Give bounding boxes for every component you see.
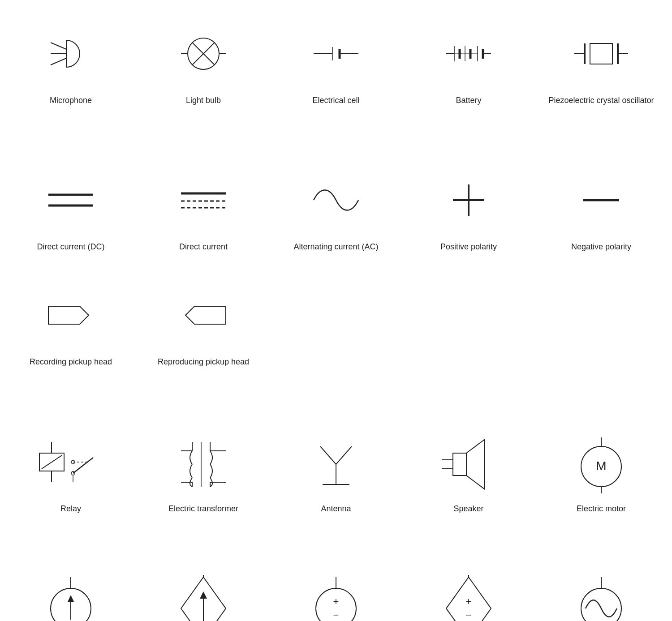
label-relay: Relay	[60, 503, 81, 514]
symbol-transformer	[163, 426, 244, 498]
svg-text:+: +	[333, 596, 339, 607]
symbol-direct-current	[163, 164, 244, 236]
label-piezoelectric: Piezoelectric crystal oscillator	[548, 95, 654, 106]
symbol-ac-source	[561, 573, 642, 621]
symbol-cell-controlled-voltage-source: + − Controlled voltage source	[407, 573, 530, 621]
symbol-reproducing-pickup	[163, 279, 244, 351]
svg-line-0	[51, 43, 66, 49]
symbol-cell-dc: Direct current (DC)	[9, 164, 133, 253]
symbol-antenna	[296, 426, 376, 498]
symbol-cell-electric-motor: M Electric motor	[539, 426, 663, 514]
symbol-ac	[296, 164, 376, 236]
label-antenna: Antenna	[321, 503, 351, 514]
svg-marker-67	[68, 595, 74, 602]
symbol-cell-relay: Relay	[9, 426, 133, 514]
symbol-cell-light-bulb: Light bulb	[142, 18, 265, 106]
symbol-cell-voltage-source: + − Voltage source	[274, 573, 398, 621]
symbol-cell-piezoelectric: Piezoelectric crystal oscillator	[539, 18, 663, 106]
svg-line-53	[320, 446, 336, 464]
svg-text:M: M	[596, 459, 606, 473]
svg-marker-58	[466, 440, 484, 489]
symbol-cell-speaker: Speaker	[407, 426, 530, 514]
svg-text:−: −	[333, 609, 339, 621]
symbol-battery	[428, 18, 509, 90]
symbol-cell-direct-current: Direct current	[142, 164, 265, 253]
symbol-speaker	[428, 426, 509, 498]
symbol-cell-recording-pickup: Recording pickup head	[9, 279, 133, 368]
symbol-voltage-source: + −	[296, 573, 376, 621]
symbol-cell-ac: Alternating current (AC)	[274, 164, 398, 253]
symbol-relay	[30, 426, 111, 498]
label-electrical-cell: Electrical cell	[312, 95, 359, 106]
symbol-current-source	[30, 573, 111, 621]
svg-marker-36	[48, 306, 89, 324]
label-dc: Direct current (DC)	[37, 241, 104, 253]
symbol-cell-transformer: Electric transformer	[142, 426, 265, 514]
symbol-cell-battery: Battery	[407, 18, 530, 106]
label-light-bulb: Light bulb	[186, 95, 221, 106]
svg-text:−: −	[466, 609, 472, 621]
symbol-piezoelectric	[561, 18, 642, 90]
label-direct-current: Direct current	[179, 241, 228, 253]
svg-marker-37	[185, 306, 226, 324]
symbol-controlled-current-source	[163, 573, 244, 621]
symbol-cell-antenna: Antenna	[274, 426, 398, 514]
label-battery: Battery	[456, 95, 481, 106]
label-positive-polarity: Positive polarity	[440, 241, 497, 253]
symbol-cell-ac-source: AC source	[539, 573, 663, 621]
symbol-grid: Microphone Light bulb	[9, 18, 663, 621]
label-microphone: Microphone	[50, 95, 92, 106]
symbol-negative-polarity	[561, 164, 642, 236]
svg-rect-57	[453, 453, 466, 475]
svg-text:+: +	[466, 596, 472, 607]
svg-line-2	[51, 58, 66, 65]
symbol-positive-polarity	[428, 164, 509, 236]
label-speaker: Speaker	[453, 503, 483, 514]
symbol-cell-current-source: Current source	[9, 573, 133, 621]
label-recording-pickup: Recording pickup head	[30, 356, 112, 368]
label-electric-motor: Electric motor	[577, 503, 626, 514]
svg-line-54	[336, 446, 352, 464]
label-ac: Alternating current (AC)	[293, 241, 378, 253]
label-negative-polarity: Negative polarity	[571, 241, 631, 253]
symbol-electrical-cell	[296, 18, 376, 90]
symbol-controlled-voltage-source: + −	[428, 573, 509, 621]
svg-line-39	[42, 455, 62, 469]
svg-marker-72	[200, 591, 207, 599]
symbol-light-bulb	[163, 18, 244, 90]
symbol-cell-microphone: Microphone	[9, 18, 133, 106]
label-transformer: Electric transformer	[168, 503, 238, 514]
symbol-cell-positive-polarity: Positive polarity	[407, 164, 530, 253]
label-reproducing-pickup: Reproducing pickup head	[158, 356, 249, 368]
svg-line-45	[73, 458, 93, 473]
symbol-microphone	[30, 18, 111, 90]
symbol-cell-negative-polarity: Negative polarity	[539, 164, 663, 253]
svg-rect-23	[590, 43, 612, 64]
symbol-electric-motor: M	[561, 426, 642, 498]
symbol-dc	[30, 164, 111, 236]
symbol-recording-pickup	[30, 279, 111, 351]
symbol-cell-reproducing-pickup: Reproducing pickup head	[142, 279, 265, 368]
symbol-cell-controlled-current-source: Controlled current source	[142, 573, 265, 621]
symbol-cell-electrical-cell: Electrical cell	[274, 18, 398, 106]
